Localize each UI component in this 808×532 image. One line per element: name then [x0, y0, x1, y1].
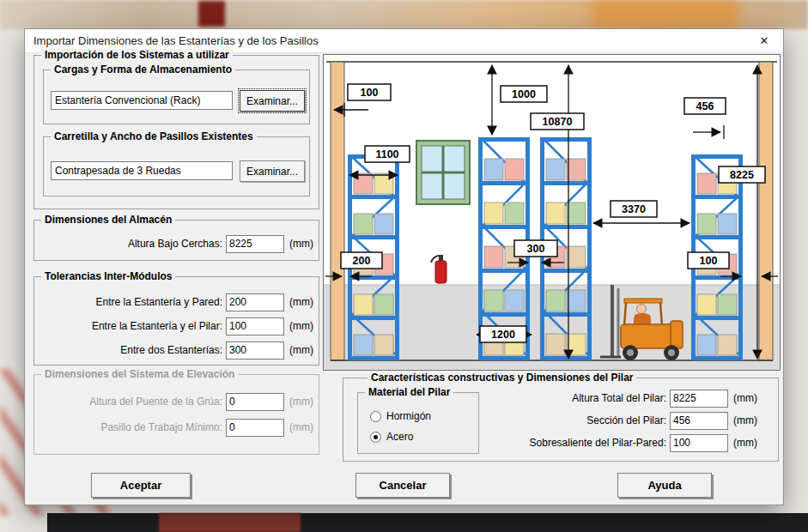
group-import-systems-title: Importación de los Sistemas a utilizar [41, 49, 233, 61]
dim-ceiling-to-rack: 1000 [512, 88, 536, 100]
dim-rack-depth-top: 1100 [375, 148, 398, 160]
dim-gap-rack-wall-right: 100 [700, 255, 718, 267]
background-bottom-bar [47, 513, 808, 532]
pillar-section-input[interactable] [670, 412, 728, 430]
field-row: Pasillo de Trabajo Mínimo: (mm) [41, 418, 313, 437]
group-elevation-system-title: Dimensiones del Sistema de Elevación [41, 368, 238, 380]
help-button[interactable]: Ayuda [617, 473, 712, 498]
unit-label: (mm) [728, 392, 757, 404]
accept-button[interactable]: Aceptar [91, 473, 191, 498]
group-pillar-title: Características constructivas y Dimensio… [368, 372, 636, 384]
import-dimensions-dialog: Importar Dimensiones de las Estanterías … [24, 28, 784, 505]
tolerance-wall-label: Entre la Estantería y Pared: [41, 296, 226, 308]
dim-gap-wall-rack-left: 200 [353, 255, 371, 267]
radio-hormigon-dot[interactable] [370, 411, 381, 422]
unit-label: (mm) [284, 320, 313, 332]
group-import-systems: Importación de los Sistemas a utilizar C… [33, 55, 319, 209]
pillar-protrusion-label: Sobresaliente del Pilar-Pared: [483, 437, 670, 449]
field-row: Entre dos Estanterías: (mm) [41, 341, 313, 360]
tolerance-pillar-input[interactable] [226, 317, 284, 336]
radio-hormigon-label: Hormigón [386, 410, 431, 422]
pillar-total-height-label: Altura Total del Pilar: [483, 392, 670, 404]
storage-type-input[interactable] [51, 91, 233, 110]
group-tolerances: Tolerancias Inter-Módulos Entre la Estan… [33, 276, 319, 366]
tolerance-pillar-label: Entre la Estantería y el Pilar: [41, 320, 226, 332]
dim-total-height: 10870 [543, 116, 573, 128]
group-elevation-system: Dimensiones del Sistema de Elevación Alt… [33, 374, 319, 455]
crane-height-label: Altura del Puente de la Grúa: [41, 396, 226, 408]
field-row: Altura Total del Pilar: (mm) [483, 389, 757, 408]
min-work-aisle-input[interactable] [226, 419, 284, 437]
group-storage-type-title: Cargas y Forma de Almacenamiento [51, 63, 235, 76]
group-pillar: Características constructivas y Dimensio… [343, 378, 779, 462]
tolerance-wall-input[interactable] [226, 293, 284, 311]
background-blur-top [0, 0, 808, 29]
background-orange-blob [592, 0, 738, 27]
radio-acero-dot[interactable] [370, 432, 381, 443]
group-forklift-type-title: Carretilla y Ancho de Pasillos Existente… [51, 130, 257, 142]
radio-hormigon[interactable]: Hormigón [370, 410, 431, 422]
min-work-aisle-label: Pasillo de Trabajo Mínimo: [41, 421, 226, 433]
pillar-total-height-input[interactable] [670, 390, 728, 408]
fire-extinguisher-icon [431, 255, 447, 283]
field-row: Entre la Estantería y Pared: (mm) [41, 293, 313, 311]
dim-right-height: 8225 [730, 169, 754, 181]
group-warehouse-dimensions: Dimensiones del Almacén Altura Bajo Cerc… [33, 220, 319, 261]
unit-label: (mm) [284, 238, 313, 250]
forklift-type-input[interactable] [51, 161, 233, 180]
tolerance-racks-input[interactable] [226, 342, 284, 360]
browse-storage-button[interactable]: Examinar... [240, 90, 305, 112]
unit-label: (mm) [284, 396, 313, 408]
browse-forklift-button[interactable]: Examinar... [240, 160, 305, 182]
group-pillar-material-title: Material del Pilar [365, 386, 453, 398]
field-row: Sección del Pilar: (mm) [483, 411, 757, 430]
crane-height-input[interactable] [226, 393, 284, 411]
left-wall [331, 62, 344, 360]
field-row: Sobresaliente del Pilar-Pared: (mm) [483, 433, 757, 452]
tolerance-racks-label: Entre dos Estanterías: [41, 344, 226, 356]
unit-label: (mm) [284, 421, 313, 433]
dim-pillar-section: 456 [696, 100, 714, 112]
warehouse-illustration: 100 1000 10870 456 1100 8225 3370 200 30… [323, 54, 781, 371]
group-tolerances-title: Tolerancias Inter-Módulos [41, 270, 175, 282]
altura-bajo-cerchas-label: Altura Bajo Cerchas: [41, 238, 226, 250]
group-pillar-material: Material del Pilar Hormigón Acero [357, 392, 479, 454]
dim-rack-depth-bottom: 1200 [491, 329, 515, 341]
background-red-square [198, 1, 225, 27]
field-row: Altura del Puente de la Grúa: (mm) [41, 392, 313, 411]
unit-label: (mm) [284, 344, 313, 356]
radio-acero[interactable]: Acero [370, 431, 413, 443]
unit-label: (mm) [728, 414, 757, 426]
cancel-button[interactable]: Cancelar [355, 473, 450, 498]
close-icon[interactable]: ✕ [745, 29, 783, 52]
altura-bajo-cerchas-input[interactable] [226, 235, 284, 253]
group-forklift-type: Carretilla y Ancho de Pasillos Existente… [43, 136, 310, 196]
dim-gap-wall-rack-top: 100 [361, 87, 379, 99]
dim-aisle-width: 3370 [622, 203, 646, 215]
window-icon [416, 141, 470, 204]
field-row: Entre la Estantería y el Pilar: (mm) [41, 317, 313, 336]
dialog-title: Importar Dimensiones de las Estanterías … [33, 34, 319, 47]
radio-acero-label: Acero [386, 431, 413, 443]
unit-label: (mm) [728, 437, 757, 449]
group-storage-type: Cargas y Forma de Almacenamiento Examina… [43, 70, 310, 124]
unit-label: (mm) [284, 296, 313, 308]
right-wall [759, 62, 773, 360]
group-warehouse-dimensions-title: Dimensiones del Almacén [41, 214, 175, 226]
field-row: Altura Bajo Cerchas: (mm) [41, 234, 313, 253]
dim-gap-between-racks: 300 [527, 243, 545, 255]
pillar-protrusion-input[interactable] [670, 434, 728, 452]
warehouse-diagram: 100 1000 10870 456 1100 8225 3370 200 30… [324, 55, 780, 370]
background-bottom-red [159, 513, 301, 532]
pillar-section-label: Sección del Pilar: [483, 414, 670, 426]
